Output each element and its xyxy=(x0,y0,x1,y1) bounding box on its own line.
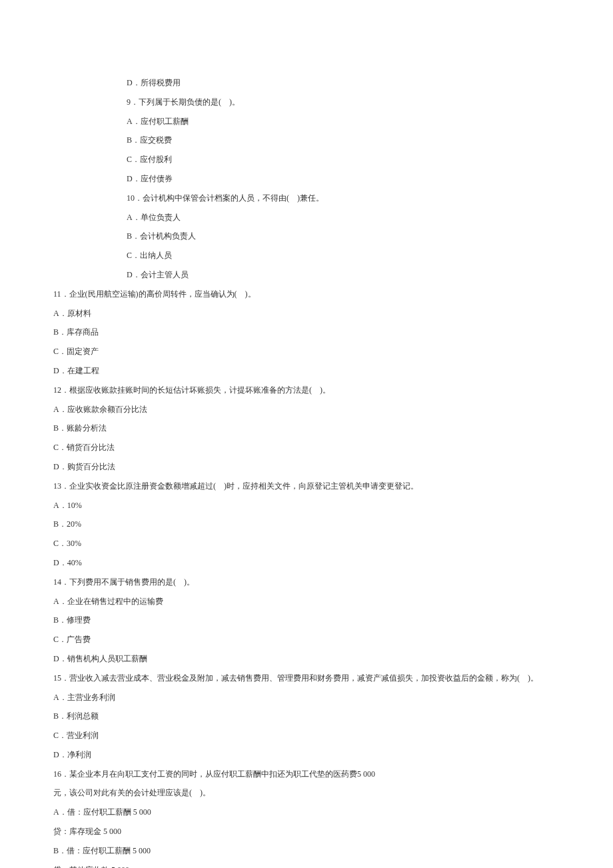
exam-line: B．会计机构负责人 xyxy=(0,227,613,246)
exam-line: D．净利润 xyxy=(0,745,613,765)
exam-line: 元，该公司对此有关的会计处理应该是( )。 xyxy=(0,783,613,803)
exam-line: A．应付职工薪酬 xyxy=(0,112,613,131)
exam-line: 16．某企业本月在向职工支付工资的同时，从应付职工薪酬中扣还为职工代垫的医药费5… xyxy=(0,765,613,784)
exam-line: C．营业利润 xyxy=(0,726,613,745)
exam-line: 14．下列费用不属于销售费用的是( )。 xyxy=(0,573,613,592)
exam-line: B．借：应付职工薪酬 5 000 xyxy=(0,841,613,861)
exam-line: C．固定资产 xyxy=(0,342,613,361)
exam-line: 15．营业收入减去营业成本、营业税金及附加，减去销售费用、管理费用和财务费用，减… xyxy=(0,669,613,688)
exam-line: D．购货百分比法 xyxy=(0,457,613,477)
exam-line: D．销售机构人员职工薪酬 xyxy=(0,649,613,669)
exam-line: 贷：其他应收款 5 000 xyxy=(0,861,613,868)
exam-line: A．应收账款余额百分比法 xyxy=(0,400,613,419)
exam-line: B．修理费 xyxy=(0,611,613,630)
exam-line: A．原材料 xyxy=(0,304,613,323)
document-body: D．所得税费用9．下列属于长期负债的是( )。A．应付职工薪酬B．应交税费C．应… xyxy=(0,73,613,868)
exam-line: B．账龄分析法 xyxy=(0,419,613,438)
exam-line: A．企业在销售过程中的运输费 xyxy=(0,592,613,611)
exam-line: 贷：库存现金 5 000 xyxy=(0,822,613,841)
exam-line: B．应交税费 xyxy=(0,131,613,150)
exam-line: D．应付债券 xyxy=(0,169,613,189)
exam-line: C．出纳人员 xyxy=(0,246,613,265)
exam-line: 12．根据应收账款挂账时间的长短估计坏账损失，计提坏账准备的方法是( )。 xyxy=(0,381,613,400)
exam-line: 9．下列属于长期负债的是( )。 xyxy=(0,93,613,112)
exam-line: 13．企业实收资金比原注册资金数额增减超过( )时，应持相关文件，向原登记主管机… xyxy=(0,477,613,496)
exam-line: 11．企业(民用航空运输)的高价周转件，应当确认为( )。 xyxy=(0,285,613,304)
exam-line: D．所得税费用 xyxy=(0,73,613,93)
exam-line: 10．会计机构中保管会计档案的人员，不得由( )兼任。 xyxy=(0,189,613,208)
exam-line: A．主营业务利润 xyxy=(0,688,613,707)
exam-line: B．20% xyxy=(0,515,613,534)
exam-line: B．利润总额 xyxy=(0,707,613,726)
exam-line: D．会计主管人员 xyxy=(0,265,613,285)
exam-line: B．库存商品 xyxy=(0,323,613,342)
exam-line: A．单位负责人 xyxy=(0,208,613,227)
exam-line: D．在建工程 xyxy=(0,361,613,381)
exam-line: A．借：应付职工薪酬 5 000 xyxy=(0,803,613,822)
exam-line: A．10% xyxy=(0,496,613,515)
exam-line: C．30% xyxy=(0,534,613,553)
exam-line: C．应付股利 xyxy=(0,150,613,169)
exam-line: D．40% xyxy=(0,553,613,573)
exam-line: C．广告费 xyxy=(0,630,613,649)
exam-line: C．销货百分比法 xyxy=(0,438,613,457)
